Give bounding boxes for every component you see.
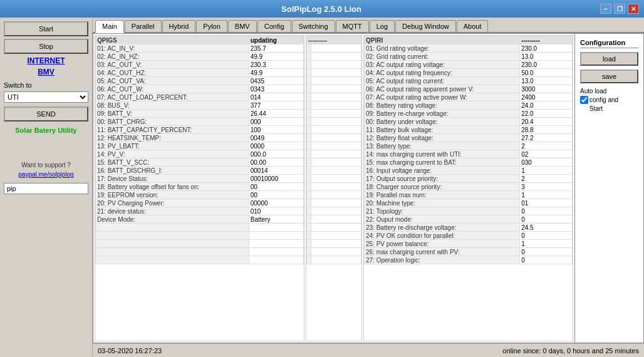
sidebar: Start Stop INTERNET BMV Switch to UTI SB… [0, 18, 93, 357]
middle-data-column: --------- [306, 35, 362, 341]
right-table-row: 07: AC output rating active power W:2400 [365, 93, 573, 101]
bmv-link[interactable]: BMV [4, 68, 88, 76]
right-table-row: 06: AC output rating apparent power V:30… [365, 85, 573, 93]
right-table-row: 01: Grid rating voltage:230.0 [365, 44, 573, 53]
switch-to-label: Switch to [4, 81, 88, 89]
tab-pylon[interactable]: Pylon [196, 20, 227, 32]
middle-table-row [307, 175, 361, 183]
stop-button[interactable]: Stop [4, 39, 88, 54]
left-table-row: 03: AC_OUT_V:230.3 [96, 61, 304, 69]
left-table-row: 02: AC_IN_HZ:49.9 [96, 53, 304, 61]
left-table-row [96, 224, 304, 232]
right-table-row: 25: PV power balance:1 [365, 240, 573, 248]
left-table-row: 14: PV_V:000.0 [96, 150, 304, 158]
tab-hybrid[interactable]: Hybrid [162, 20, 196, 32]
right-data-column: QPIRI---------01: Grid rating voltage:23… [363, 35, 573, 341]
right-table-row: 08: Battery rating voltage:24.0 [365, 101, 573, 110]
pip-input[interactable]: pip [4, 183, 88, 194]
tab-switching[interactable]: Switching [292, 20, 335, 32]
middle-table-row [307, 61, 361, 69]
right-table-row: 17: Output source priority:2 [365, 175, 573, 183]
close-button[interactable]: ✕ [628, 4, 639, 14]
config-panel: Configuration load save Auto load config… [574, 34, 643, 343]
right-table-row: 00: Battery under voltage:20.4 [365, 118, 573, 126]
datetime-label: 03-05-2020 16:27:23 [98, 347, 162, 354]
left-table-row: 00: BATT_CHRG:000 [96, 118, 304, 126]
middle-table-row [307, 256, 361, 264]
right-table-header2: --------- [520, 36, 573, 44]
titlebar-title: SolPipLog 2.5.0 Lion [43, 4, 600, 14]
tab-config[interactable]: Config [257, 20, 291, 32]
middle-table-row [307, 110, 361, 118]
right-table-row: 03: AC output rating voltage:230.0 [365, 61, 573, 69]
left-table-row: 11: BATT_CAPACITY_PERCENT:100 [96, 126, 304, 134]
tab-bmv[interactable]: BMV [228, 20, 257, 32]
minimize-button[interactable]: − [600, 4, 611, 14]
left-table-header: QPIGS [96, 36, 249, 44]
middle-table-header: --------- [307, 36, 361, 44]
left-table-row: 21: device status:010 [96, 207, 304, 215]
tab-mqtt[interactable]: MQTT [336, 20, 369, 32]
middle-table-row [307, 53, 361, 61]
middle-table-row [307, 167, 361, 175]
right-table-row: 02: Grid rating current:13.0 [365, 53, 573, 61]
autoload-checkbox[interactable] [580, 96, 588, 104]
left-table-row: 18: Battery voltage offset for fans on:0… [96, 183, 304, 191]
support-label: Want to support ? [4, 162, 88, 168]
right-table-row: 11: Battery bulk voltage:28.8 [365, 126, 573, 134]
right-table-row: 24: PV OK condition for parallel:0 [365, 232, 573, 240]
right-table-row: 21: Topology:0 [365, 207, 573, 215]
middle-table-row [307, 183, 361, 191]
middle-table-row [307, 232, 361, 240]
right-table-row: 16: Input voltage range:1 [365, 167, 573, 175]
left-table-row: 12: HEATSINK_TEMP:0049 [96, 134, 304, 142]
left-table-row: 16: BATT_DISCHRG_I:00014 [96, 167, 304, 175]
middle-table: --------- [306, 36, 361, 264]
middle-table-row [307, 118, 361, 126]
middle-table-row [307, 248, 361, 256]
switch-dropdown[interactable]: UTI SBU SOL [4, 91, 88, 103]
tab-parallel[interactable]: Parallel [125, 20, 162, 32]
internet-link[interactable]: INTERNET [4, 56, 88, 65]
titlebar: SolPipLog 2.5.0 Lion − ❐ ✕ [0, 0, 644, 18]
tab-main[interactable]: Main [95, 20, 124, 33]
left-table-row: 06: AC_OUT_W:0343 [96, 85, 304, 93]
middle-table-row [307, 240, 361, 248]
middle-table-row [307, 77, 361, 85]
autoload-label: Auto load [580, 87, 638, 96]
send-button[interactable]: SEND [4, 106, 88, 122]
load-button[interactable]: load [580, 52, 638, 66]
start-button[interactable]: Start [4, 21, 88, 36]
paypal-link[interactable]: paypal.me/solpiplog [4, 171, 88, 178]
left-table-row: 05: AC_OUT_VA:0435 [96, 77, 304, 85]
save-button[interactable]: save [580, 70, 638, 83]
left-table-row: 15: BATT_V_SCC:00.00 [96, 158, 304, 167]
left-table-row: 07: AC_OUT_LOAD_PERCENT:014 [96, 93, 304, 101]
right-table: QPIRI---------01: Grid rating voltage:23… [364, 36, 573, 264]
restore-button[interactable]: ❐ [614, 4, 625, 14]
tab-debug-window[interactable]: Debug Window [395, 20, 456, 32]
tab-bar: MainParallelHybridPylonBMVConfigSwitchin… [93, 18, 644, 33]
right-table-row: 20: Machine type:01 [365, 199, 573, 207]
right-table-row: 14: max charging current with UTI:02 [365, 150, 573, 158]
middle-table-row [307, 126, 361, 134]
middle-table-row [307, 134, 361, 142]
right-table-row: 22: Ouput mode:0 [365, 215, 573, 224]
left-table-row [96, 248, 304, 256]
right-table-row: 12: Battery float voltage:27.2 [365, 134, 573, 142]
tab-about[interactable]: About [457, 20, 489, 32]
config-title: Configuration [580, 39, 638, 48]
middle-table-row [307, 207, 361, 215]
tab-log[interactable]: Log [370, 20, 395, 32]
middle-table-row [307, 101, 361, 110]
right-table-row: 18: Charger source priority:3 [365, 183, 573, 191]
middle-table-row [307, 215, 361, 224]
online-status: online since: 0 days, 0 hours and 25 min… [502, 347, 639, 354]
middle-table-row [307, 69, 361, 77]
autoload-checkbox-label[interactable]: config andStart [580, 96, 638, 113]
right-panel: MainParallelHybridPylonBMVConfigSwitchin… [93, 18, 644, 357]
right-table-row: 09: Battery re-charge voltage:22.0 [365, 110, 573, 118]
middle-table-row [307, 199, 361, 207]
config-and-start-text: config andStart [589, 96, 618, 113]
middle-table-row [307, 44, 361, 53]
